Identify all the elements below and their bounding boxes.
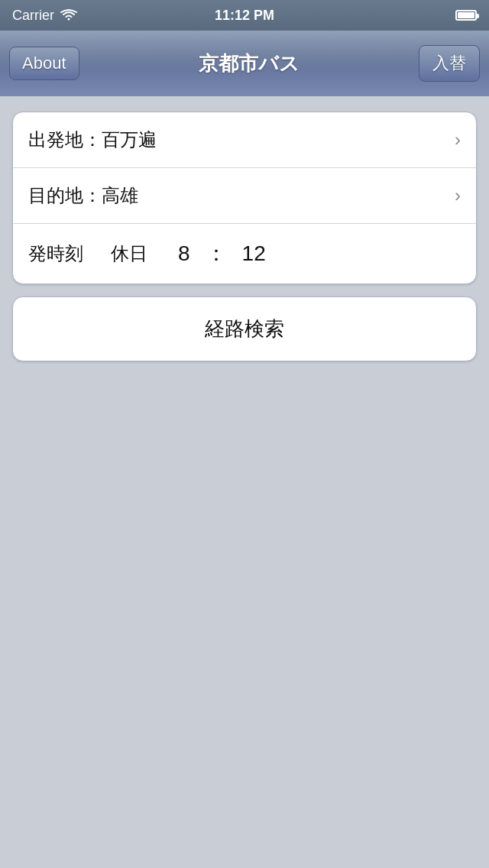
nav-bar: About 京都市バス 入替 [0,31,489,96]
departure-label: 発時刻 [28,241,83,266]
carrier-label: Carrier [12,8,54,24]
main-content: 出発地：百万遍 › 目的地：高雄 › 発時刻 休日 8 ： 12 経路検索 [0,96,489,377]
search-card[interactable]: 経路検索 [12,296,477,361]
nav-title: 京都市バス [79,50,419,77]
origin-row[interactable]: 出発地：百万遍 › [13,112,476,168]
hour-value: 8 [178,241,190,266]
time-colon: ： [206,239,227,268]
departure-row[interactable]: 発時刻 休日 8 ： 12 [13,224,476,283]
status-right [455,10,477,21]
origin-chevron-icon: › [455,129,461,151]
about-button[interactable]: About [9,47,79,80]
battery-icon [455,10,477,21]
status-bar: Carrier 11:12 PM [0,0,489,31]
status-time: 11:12 PM [215,8,274,24]
origin-label: 出発地：百万遍 [28,128,455,152]
swap-button[interactable]: 入替 [419,45,480,82]
wifi-icon [60,9,77,21]
destination-chevron-icon: › [455,185,461,206]
destination-label: 目的地：高雄 [28,183,455,208]
minute-value: 12 [242,241,266,266]
status-left: Carrier [12,8,77,24]
form-card: 出発地：百万遍 › 目的地：高雄 › 発時刻 休日 8 ： 12 [12,112,477,284]
day-type: 休日 [111,241,147,266]
destination-row[interactable]: 目的地：高雄 › [13,168,476,224]
search-button[interactable]: 経路検索 [13,297,476,361]
